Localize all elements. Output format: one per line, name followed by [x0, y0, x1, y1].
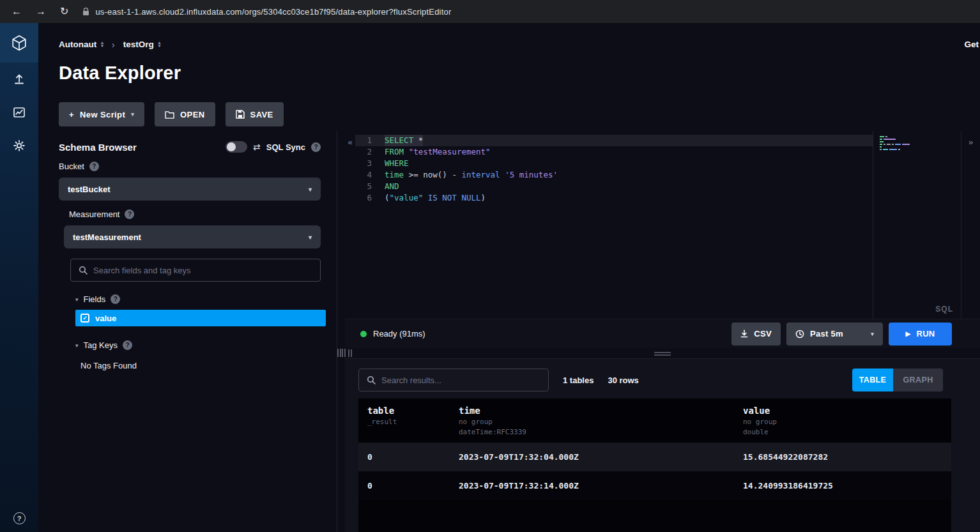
results-table: table_resulttimeno groupdateTime:RFC3339…	[358, 399, 951, 532]
fields-caret-icon[interactable]: ▾	[75, 296, 79, 303]
line-number: 6	[355, 192, 372, 204]
sql-sync-help-icon[interactable]: ?	[311, 142, 321, 152]
rows-count: 30 rows	[608, 376, 638, 385]
tables-count: 1 tables	[563, 376, 593, 385]
column-header: timeno groupdateTime:RFC3339	[450, 406, 734, 436]
csv-button[interactable]: CSV	[731, 323, 781, 346]
bucket-label: Bucket	[59, 162, 84, 171]
chevron-down-icon: ▾	[309, 234, 312, 241]
table-row[interactable]: 02023-07-09T17:32:04.000Z15.685449220872…	[358, 443, 951, 471]
drag-handle-icon[interactable]	[348, 349, 352, 357]
measurement-selected-value: testMeasurement	[73, 232, 141, 242]
results-resize-divider[interactable]	[345, 348, 980, 358]
graphs-nav-icon[interactable]	[0, 96, 38, 129]
browser-chrome: ← → ↻ us-east-1-1.aws.cloud2.influxdata.…	[0, 0, 980, 23]
sql-sync-label: SQL Sync	[266, 142, 305, 152]
minimap[interactable]	[873, 131, 961, 319]
fields-help-icon[interactable]: ?	[111, 294, 120, 304]
org-name: Autonaut	[59, 40, 96, 49]
refresh-icon[interactable]: ↻	[60, 6, 68, 17]
tag-keys-caret-icon[interactable]: ▾	[75, 342, 79, 349]
back-icon[interactable]: ←	[11, 6, 22, 17]
line-number: 2	[355, 146, 372, 158]
script-editor-panel: « 1SELECT *2FROM "testMeasurement"3WHERE…	[345, 131, 980, 532]
schema-browser-panel: Schema Browser ⇄ SQL Sync ? Bucket ? tes…	[38, 131, 335, 532]
collapse-right-icon[interactable]: »	[961, 131, 980, 319]
bucket-dropdown[interactable]: testBucket ▾	[59, 178, 321, 201]
sql-sync-icon: ⇄	[253, 142, 261, 152]
workspace-sort-icon: ▴▾	[158, 41, 161, 47]
save-button[interactable]: SAVE	[226, 102, 284, 126]
workspace-dropdown[interactable]: testOrg ▴▾	[123, 40, 161, 49]
measurement-label: Measurement	[69, 209, 119, 219]
url-text: us-east-1-1.aws.cloud2.influxdata.com/or…	[95, 7, 451, 17]
line-number: 5	[355, 181, 372, 192]
address-bar[interactable]: us-east-1-1.aws.cloud2.influxdata.com/or…	[82, 7, 451, 17]
code-line[interactable]: 3WHERE	[355, 158, 873, 169]
measurement-help-icon[interactable]: ?	[125, 209, 134, 219]
folder-icon	[165, 110, 174, 119]
download-icon	[740, 330, 748, 338]
open-button[interactable]: OPEN	[155, 102, 215, 126]
script-toolbar: + New Script ▾ OPEN SAVE	[38, 92, 980, 131]
table-cell: 2023-07-09T17:32:14.000Z	[450, 481, 734, 490]
upload-nav-icon[interactable]	[0, 63, 38, 96]
new-script-button[interactable]: + New Script ▾	[59, 102, 144, 126]
run-button[interactable]: ▶ RUN	[889, 323, 952, 346]
lock-icon	[82, 8, 89, 16]
chevron-down-icon: ▾	[131, 111, 134, 118]
code-line[interactable]: 4time >= now() - interval '5 minutes'	[355, 169, 873, 181]
results-table-body: 02023-07-09T17:32:04.000Z15.685449220872…	[358, 443, 951, 500]
org-dropdown[interactable]: Autonaut ▴▾	[59, 40, 103, 49]
magnifier-icon	[367, 376, 376, 384]
get-started-link[interactable]: Get	[964, 40, 979, 49]
sql-sync-toggle[interactable]	[226, 141, 247, 153]
org-sort-icon: ▴▾	[101, 41, 103, 47]
field-checkbox[interactable]: ✓	[80, 314, 89, 323]
tag-keys-help-icon[interactable]: ?	[123, 340, 132, 350]
breadcrumb: Autonaut ▴▾ › testOrg ▴▾ Get	[38, 23, 980, 57]
bucket-selected-value: testBucket	[68, 185, 110, 194]
collapse-left-icon[interactable]: «	[345, 131, 355, 319]
floppy-icon	[236, 110, 245, 119]
table-cell: 0	[358, 481, 450, 490]
fields-search-input[interactable]	[93, 266, 312, 275]
table-row[interactable]: 02023-07-09T17:32:14.000Z14.240993186419…	[358, 471, 951, 500]
chevron-down-icon: ▾	[309, 186, 312, 193]
help-icon[interactable]: ?	[13, 512, 26, 524]
line-number: 3	[355, 158, 372, 169]
editor-status-bar: Ready (91ms) CSV	[345, 319, 980, 348]
results-panel: 1 tables 30 rows TABLE GRAPH table_resul…	[345, 358, 980, 532]
column-header: valueno groupdouble	[734, 406, 951, 436]
drag-handle-icon[interactable]	[654, 352, 671, 357]
code-line[interactable]: 6("value" IS NOT NULL)	[355, 192, 873, 204]
code-lines[interactable]: 1SELECT *2FROM "testMeasurement"3WHERE4t…	[355, 131, 873, 319]
line-number: 4	[355, 169, 372, 181]
tag-keys-section-label: Tag Keys	[84, 340, 118, 350]
forward-icon[interactable]: →	[36, 6, 46, 17]
table-cell: 14.240993186419725	[734, 481, 951, 490]
plus-icon: +	[69, 110, 74, 119]
drag-handle-icon[interactable]	[337, 349, 341, 357]
table-cell: 0	[358, 452, 450, 462]
code-line[interactable]: 2FROM "testMeasurement"	[355, 146, 873, 158]
time-range-button[interactable]: Past 5m ▾	[786, 323, 883, 346]
results-search-box	[358, 369, 549, 391]
tab-graph[interactable]: GRAPH	[893, 369, 943, 391]
code-line[interactable]: 1SELECT *	[355, 135, 873, 146]
field-row-value[interactable]: ✓ value	[75, 310, 326, 326]
bucket-help-icon[interactable]: ?	[89, 162, 99, 171]
play-icon: ▶	[905, 330, 910, 337]
field-name: value	[95, 314, 116, 323]
influxdb-logo[interactable]	[0, 23, 38, 63]
language-badge: SQL	[935, 305, 953, 314]
results-search-input[interactable]	[381, 376, 540, 385]
code-line[interactable]: 5AND	[355, 181, 873, 192]
measurement-dropdown[interactable]: testMeasurement ▾	[64, 225, 321, 248]
chevron-down-icon: ▾	[871, 331, 874, 337]
gear-nav-icon[interactable]	[0, 129, 38, 162]
tab-table[interactable]: TABLE	[852, 369, 893, 391]
app-sidebar: ?	[0, 23, 38, 532]
line-number: 1	[355, 135, 372, 146]
panel-resize-divider[interactable]	[335, 131, 345, 532]
